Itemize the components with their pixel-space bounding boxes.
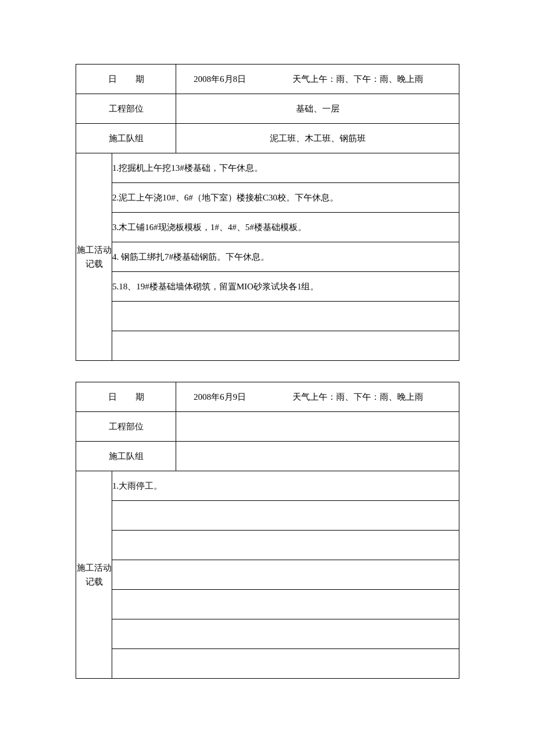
activity-line	[112, 501, 459, 531]
activity-line	[112, 531, 459, 560]
activity-row	[76, 331, 459, 361]
date-value: 2008年6月8日	[194, 74, 246, 85]
project-part-value: 基础、一层	[176, 94, 459, 124]
activity-line: 1.挖掘机上午挖13#楼基础，下午休息。	[112, 153, 459, 183]
date-value: 2008年6月9日	[194, 392, 246, 403]
team-value: 泥工班、木工班、钢筋班	[176, 124, 459, 153]
activity-line: 4. 钢筋工绑扎7#楼基础钢筋。下午休息。	[112, 242, 459, 272]
date-label: 日期	[76, 65, 176, 94]
activity-line	[112, 560, 459, 590]
team-row: 施工队组	[76, 442, 459, 471]
activity-row: 3.木工铺16#现浇板模板，1#、4#、5#楼基础模板。	[76, 213, 459, 242]
activity-label: 施工活动记载	[76, 471, 112, 679]
activity-row: 4. 钢筋工绑扎7#楼基础钢筋。下午休息。	[76, 242, 459, 272]
activity-row	[76, 531, 459, 560]
date-weather-cell: 2008年6月8日 天气上午：雨、下午：雨、晚上雨	[176, 65, 459, 94]
activity-line: 5.18、19#楼基础墙体砌筑，留置MIO砂浆试块各1组。	[112, 272, 459, 302]
weather-value: 天气上午：雨、下午：雨、晚上雨	[293, 392, 423, 403]
activity-line	[112, 302, 459, 331]
date-weather-cell: 2008年6月9日 天气上午：雨、下午：雨、晚上雨	[176, 382, 459, 412]
team-value	[176, 442, 459, 471]
project-part-label: 工程部位	[76, 412, 176, 442]
activity-line: 2.泥工上午浇10#、6#（地下室）楼接桩C30校。下午休息。	[112, 183, 459, 213]
activity-line	[112, 649, 459, 679]
activity-row: 2.泥工上午浇10#、6#（地下室）楼接桩C30校。下午休息。	[76, 183, 459, 213]
activity-row	[76, 619, 459, 649]
activity-row: 施工活动记载 1.大雨停工。	[76, 471, 459, 501]
log-table-2: 日期 2008年6月9日 天气上午：雨、下午：雨、晚上雨 工程部位 施工队组 施…	[76, 382, 459, 679]
activity-row	[76, 501, 459, 531]
project-part-row: 工程部位	[76, 412, 459, 442]
activity-line	[112, 590, 459, 619]
team-label: 施工队组	[76, 442, 176, 471]
log-table-1: 日期 2008年6月8日 天气上午：雨、下午：雨、晚上雨 工程部位 基础、一层 …	[76, 64, 459, 361]
project-part-row: 工程部位 基础、一层	[76, 94, 459, 124]
project-part-value	[176, 412, 459, 442]
date-row: 日期 2008年6月8日 天气上午：雨、下午：雨、晚上雨	[76, 65, 459, 94]
activity-label: 施工活动记载	[76, 153, 112, 361]
activity-row	[76, 649, 459, 679]
activity-line: 1.大雨停工。	[112, 471, 459, 501]
activity-row	[76, 560, 459, 590]
activity-row	[76, 590, 459, 619]
activity-row: 施工活动记载 1.挖掘机上午挖13#楼基础，下午休息。	[76, 153, 459, 183]
activity-row	[76, 302, 459, 331]
date-label: 日期	[76, 382, 176, 412]
activity-line	[112, 619, 459, 649]
team-label: 施工队组	[76, 124, 176, 153]
team-row: 施工队组 泥工班、木工班、钢筋班	[76, 124, 459, 153]
project-part-label: 工程部位	[76, 94, 176, 124]
weather-value: 天气上午：雨、下午：雨、晚上雨	[293, 74, 423, 85]
activity-line: 3.木工铺16#现浇板模板，1#、4#、5#楼基础模板。	[112, 213, 459, 242]
activity-line	[112, 331, 459, 361]
activity-row: 5.18、19#楼基础墙体砌筑，留置MIO砂浆试块各1组。	[76, 272, 459, 302]
date-row: 日期 2008年6月9日 天气上午：雨、下午：雨、晚上雨	[76, 382, 459, 412]
